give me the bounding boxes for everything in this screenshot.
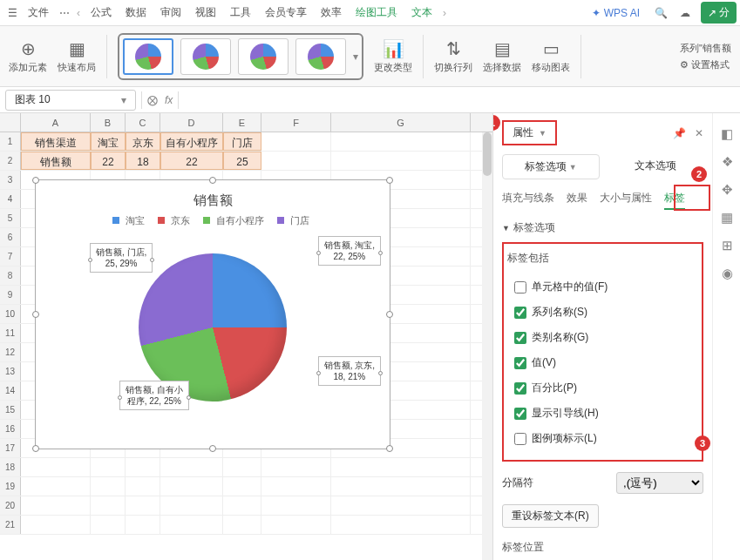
row-header[interactable]: 8 (0, 267, 21, 285)
chk-series-name[interactable]: 系列名称(S) (507, 300, 698, 325)
resize-handle[interactable] (386, 445, 393, 452)
row-header[interactable]: 19 (0, 477, 21, 496)
cell[interactable]: 22 (160, 152, 223, 170)
row-header[interactable]: 13 (0, 362, 21, 381)
chk-legend-key[interactable]: 图例项标示(L) (507, 426, 698, 451)
quick-layout-button[interactable]: ▦ 快速布局 (58, 38, 96, 74)
cell[interactable] (126, 458, 160, 476)
cell[interactable]: 淘宝 (91, 132, 126, 151)
col-header[interactable]: C (126, 113, 160, 132)
resize-handle[interactable] (209, 445, 216, 452)
menu-tab[interactable]: 会员专享 (258, 2, 314, 24)
cell[interactable] (21, 458, 91, 476)
row-header[interactable]: 21 (0, 516, 21, 534)
row-header[interactable]: 4 (0, 190, 21, 208)
resize-handle[interactable] (209, 177, 216, 184)
menu-tab[interactable]: 视图 (188, 2, 223, 24)
cell[interactable] (91, 477, 126, 496)
row-header[interactable]: 16 (0, 420, 21, 438)
row-header[interactable]: 18 (0, 458, 21, 476)
spreadsheet-area[interactable]: A B C D E F G 1销售渠道淘宝京东自有小程序门店2销售额221822… (0, 113, 492, 560)
properties-dropdown[interactable]: 属性▼ (502, 120, 557, 145)
cell[interactable] (21, 516, 91, 534)
cell[interactable] (331, 132, 471, 151)
cell[interactable]: 销售渠道 (21, 132, 91, 151)
switch-rc-button[interactable]: ⇅ 切换行列 (434, 38, 472, 74)
cell[interactable] (331, 458, 471, 476)
side-icon[interactable]: ⊞ (713, 232, 740, 260)
ellipsis-icon[interactable]: ⋯ (56, 7, 73, 19)
series-format-label[interactable]: 系列"销售额 (680, 42, 731, 55)
embedded-chart[interactable]: 销售额 淘宝 京东 自有小程序 门店 销售额, 淘宝,22, 25% 销售额, … (35, 179, 390, 449)
chevron-left-icon[interactable]: ‹ (73, 7, 84, 19)
cell[interactable]: 京东 (126, 132, 160, 151)
cell[interactable] (91, 496, 126, 515)
cell[interactable] (261, 458, 331, 476)
reset-label-text-button[interactable]: 重设标签文本(R) (502, 504, 599, 528)
cell[interactable]: 25 (223, 152, 261, 170)
menu-tab[interactable]: 效率 (314, 2, 349, 24)
data-label-taobao[interactable]: 销售额, 淘宝,22, 25% (318, 236, 381, 266)
cell[interactable] (126, 516, 160, 534)
vertical-scrollbar[interactable] (482, 132, 492, 560)
select-data-button[interactable]: ▤ 选择数据 (483, 38, 521, 74)
cell[interactable]: 自有小程序 (160, 132, 223, 151)
col-header[interactable]: F (261, 113, 331, 132)
resize-handle[interactable] (32, 177, 39, 184)
search-icon[interactable]: 🔍 (648, 7, 673, 19)
cell[interactable] (21, 496, 91, 515)
data-label-store[interactable]: 销售额, 门店,25, 29% (90, 243, 153, 273)
cell[interactable] (160, 458, 223, 476)
row-header[interactable]: 7 (0, 247, 21, 266)
chk-value[interactable]: 值(V) (507, 350, 698, 375)
cell[interactable] (160, 496, 223, 515)
share-button[interactable]: ↗分 (701, 2, 737, 24)
chk-percent[interactable]: 百分比(P) (507, 375, 698, 401)
cell[interactable]: 销售额 (21, 152, 91, 170)
data-label-jd[interactable]: 销售额, 京东,18, 21% (318, 356, 381, 386)
row-header[interactable]: 9 (0, 286, 21, 304)
side-icon[interactable]: ◉ (713, 260, 740, 287)
subtab-fill[interactable]: 填充与线条 (502, 188, 554, 210)
cell[interactable] (126, 477, 160, 496)
cell[interactable] (91, 458, 126, 476)
cell[interactable] (331, 477, 471, 496)
col-header[interactable]: G (331, 113, 471, 132)
side-icon[interactable]: ❖ (713, 148, 740, 176)
fx-icon[interactable]: fx (165, 94, 173, 106)
formula-input[interactable] (184, 90, 735, 111)
row-header[interactable]: 2 (0, 152, 21, 170)
section-toggle-label-options[interactable]: ▼ 标签选项 (502, 220, 703, 235)
cancel-icon[interactable]: ⨂ (147, 94, 158, 106)
subtab-size[interactable]: 大小与属性 (600, 188, 652, 210)
menu-file[interactable]: 文件 (21, 2, 56, 24)
menu-tab[interactable]: 公式 (84, 2, 119, 24)
resize-handle[interactable] (386, 177, 393, 184)
cell[interactable] (91, 516, 126, 534)
data-label-miniprogram[interactable]: 销售额, 自有小程序, 22, 25% (119, 381, 189, 410)
cell[interactable] (223, 458, 261, 476)
cell[interactable] (223, 477, 261, 496)
cell[interactable] (331, 496, 471, 515)
side-icon[interactable]: ▦ (713, 204, 740, 232)
change-type-button[interactable]: 📊 更改类型 (374, 38, 412, 74)
chk-category-name[interactable]: 类别名称(G) (507, 325, 698, 350)
hamburger-icon[interactable]: ☰ (3, 7, 21, 19)
cell[interactable] (160, 516, 223, 534)
row-header[interactable]: 15 (0, 401, 21, 419)
set-format-button[interactable]: ⚙ 设置格式 (680, 58, 731, 71)
row-header[interactable]: 6 (0, 228, 21, 246)
wps-ai-button[interactable]: ✦WPS AI (592, 7, 640, 19)
chart-legend[interactable]: 淘宝 京东 自有小程序 门店 (36, 214, 390, 227)
menu-tab[interactable]: 工具 (223, 2, 258, 24)
row-header[interactable]: 12 (0, 343, 21, 361)
resize-handle[interactable] (32, 445, 39, 452)
cell[interactable]: 门店 (223, 132, 261, 151)
cell[interactable] (261, 152, 331, 170)
cell[interactable] (21, 477, 91, 496)
menu-tab[interactable]: 数据 (119, 2, 153, 24)
row-header[interactable]: 5 (0, 209, 21, 227)
col-header[interactable]: B (91, 113, 126, 132)
row-header[interactable]: 17 (0, 439, 21, 457)
cell[interactable] (223, 516, 261, 534)
